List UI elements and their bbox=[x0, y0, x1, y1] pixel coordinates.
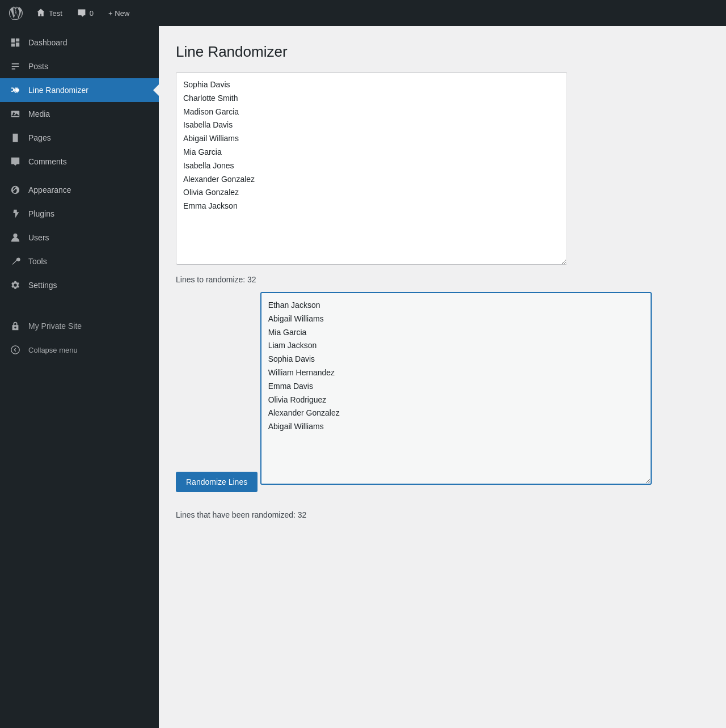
svg-rect-0 bbox=[11, 111, 19, 117]
sidebar-item-line-randomizer-label: Line Randomizer bbox=[28, 86, 88, 95]
sidebar-item-media[interactable]: Media bbox=[0, 102, 159, 126]
sidebar-item-settings[interactable]: Settings bbox=[0, 273, 159, 297]
adminbar-new-label: + New bbox=[108, 9, 129, 18]
output-textarea[interactable]: Ethan Jackson Abigail Williams Mia Garci… bbox=[260, 292, 652, 485]
dashboard-icon bbox=[9, 36, 22, 49]
sidebar-item-users-label: Users bbox=[28, 233, 49, 242]
sidebar-item-pages-label: Pages bbox=[28, 133, 51, 142]
sidebar-item-plugins-label: Plugins bbox=[28, 209, 54, 218]
sidebar-item-tools[interactable]: Tools bbox=[0, 249, 159, 273]
media-icon bbox=[9, 108, 22, 120]
adminbar-comments[interactable]: 0 bbox=[71, 0, 99, 26]
sidebar-item-tools-label: Tools bbox=[28, 257, 47, 266]
svg-point-2 bbox=[13, 234, 17, 238]
input-textarea[interactable]: Sophia Davis Charlotte Smith Madison Gar… bbox=[176, 72, 567, 265]
appearance-icon bbox=[9, 184, 22, 196]
settings-icon bbox=[9, 279, 22, 291]
adminbar-new[interactable]: + New bbox=[103, 0, 135, 26]
sidebar: Dashboard Posts Line Randomizer Media bbox=[0, 26, 159, 728]
collapse-icon bbox=[9, 344, 22, 356]
house-icon bbox=[36, 8, 45, 19]
posts-icon bbox=[9, 60, 22, 73]
users-icon bbox=[9, 231, 22, 244]
sidebar-item-pages[interactable]: Pages bbox=[0, 126, 159, 150]
sidebar-item-line-randomizer[interactable]: Line Randomizer bbox=[0, 78, 159, 102]
sidebar-item-settings-label: Settings bbox=[28, 281, 57, 290]
randomize-button[interactable]: Randomize Lines bbox=[176, 472, 258, 492]
main-content: Line Randomizer Sophia Davis Charlotte S… bbox=[159, 26, 726, 728]
sidebar-item-plugins[interactable]: Plugins bbox=[0, 202, 159, 226]
sidebar-item-dashboard-label: Dashboard bbox=[28, 38, 67, 47]
comments-count: 0 bbox=[90, 9, 94, 18]
randomizer-icon bbox=[9, 84, 22, 96]
pages-icon bbox=[9, 132, 22, 144]
adminbar-site-name: Test bbox=[49, 9, 62, 18]
sidebar-item-private-site[interactable]: My Private Site bbox=[0, 314, 159, 338]
svg-point-3 bbox=[11, 346, 19, 354]
sidebar-item-comments-label: Comments bbox=[28, 157, 67, 166]
collapse-menu-label: Collapse menu bbox=[28, 346, 78, 354]
private-site-label: My Private Site bbox=[28, 321, 82, 331]
sidebar-item-posts[interactable]: Posts bbox=[0, 54, 159, 78]
tools-icon bbox=[9, 255, 22, 268]
sidebar-item-comments[interactable]: Comments bbox=[0, 150, 159, 173]
admin-bar: Test 0 + New bbox=[0, 0, 726, 26]
wp-logo[interactable] bbox=[7, 4, 25, 22]
page-title: Line Randomizer bbox=[176, 43, 709, 61]
sidebar-item-users[interactable]: Users bbox=[0, 226, 159, 249]
lock-icon bbox=[9, 320, 22, 332]
sidebar-item-posts-label: Posts bbox=[28, 62, 48, 71]
collapse-menu[interactable]: Collapse menu bbox=[0, 338, 159, 362]
plugins-icon bbox=[9, 208, 22, 220]
adminbar-site[interactable]: Test bbox=[31, 0, 68, 26]
comments-icon bbox=[9, 155, 22, 168]
lines-to-randomize-info: Lines to randomize: 32 bbox=[176, 275, 709, 284]
sidebar-item-media-label: Media bbox=[28, 109, 50, 118]
lines-randomized-info: Lines that have been randomized: 32 bbox=[176, 510, 709, 519]
sidebar-item-appearance-label: Appearance bbox=[28, 185, 71, 194]
sidebar-item-dashboard[interactable]: Dashboard bbox=[0, 31, 159, 54]
sidebar-item-appearance[interactable]: Appearance bbox=[0, 178, 159, 202]
